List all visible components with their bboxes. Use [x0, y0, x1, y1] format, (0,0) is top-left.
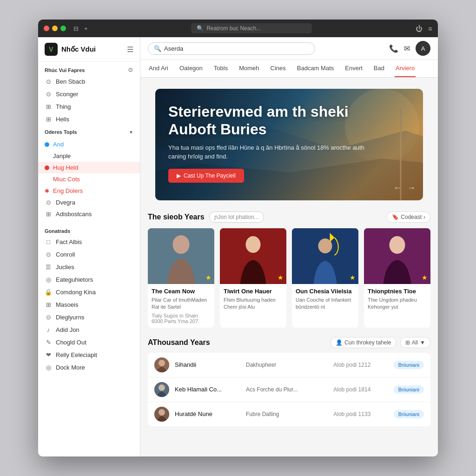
card-2-star: ★	[278, 274, 284, 281]
tab-cines[interactable]: Cines	[270, 60, 287, 77]
sidebar-label-thing: Thing	[56, 103, 71, 110]
sidebar-item-conroll[interactable]: ⊙ Conroll	[38, 248, 140, 261]
sidebar-item-eateguhietors[interactable]: ◎ Eateguhietors	[38, 273, 140, 286]
search-input[interactable]	[164, 45, 309, 52]
sidebar-item-relly[interactable]: ❤ Relly Eeleciapit	[38, 349, 140, 361]
topic-hug-held[interactable]: Hug Held	[38, 162, 140, 173]
sidebar-icon-dvegra: ⊙	[45, 199, 52, 206]
topic-dvegra[interactable]: ⊙ Dvegra	[38, 197, 140, 208]
hero-next-arrow[interactable]: →	[407, 183, 416, 193]
tab-badcam-mats[interactable]: Badcam Mats	[296, 60, 335, 77]
sidebar-section-1-header: Rhúc Vui Fapres ⚙	[38, 62, 140, 75]
card-4-star: ★	[422, 274, 428, 281]
topic-and[interactable]: And	[38, 139, 140, 150]
sidebar-item-comdong-kina[interactable]: 🔒 Comdong Kina	[38, 286, 140, 298]
table-row[interactable]: Keb Hlamali Co... Acs Forche du Plur... …	[148, 377, 430, 402]
codeast-icon: 🔖	[392, 214, 399, 220]
settings-icon[interactable]: ⚙	[128, 66, 133, 73]
label-conroll: Conroll	[56, 251, 75, 258]
topic-janple[interactable]: Janple	[38, 150, 140, 162]
hero-content: Sterierevmed am th sheki Auboft Buries Y…	[168, 103, 377, 183]
featured-search-input[interactable]: ɲJon lot phation...	[209, 212, 264, 223]
menu-icon[interactable]: ≡	[428, 25, 432, 33]
card-3-image: ★	[292, 228, 358, 284]
topic-eng-dolers[interactable]: ✱ Eng Dolers	[38, 185, 140, 197]
user-avatar[interactable]: A	[416, 41, 430, 56]
row-badge-2[interactable]: Briiuniani	[394, 385, 424, 394]
search-box[interactable]: 🔍	[148, 42, 315, 55]
sidebar-item-sconger[interactable]: ⊙ Sconger	[38, 88, 140, 100]
tab-tobls[interactable]: Tobls	[213, 60, 229, 77]
minimize-button[interactable]	[52, 26, 58, 31]
table-filter-button[interactable]: ⊞ All ▼	[400, 337, 430, 348]
codeast-label: Codeast	[401, 214, 422, 220]
power-icon[interactable]: ⏻	[416, 25, 423, 33]
sidebar-icon-hells: ⊞	[45, 116, 52, 123]
featured-section: The sieob Years ɲJon lot phation... 🔖 Co…	[140, 206, 438, 333]
card-1-star: ★	[205, 274, 212, 281]
row-stat-3: Alob podi 1133	[333, 411, 388, 417]
add-tab-icon[interactable]: +	[84, 25, 88, 32]
table-row[interactable]: Sihandii Dakhupheer Alob podi 1212 Briiu…	[148, 353, 430, 377]
tab-arviero[interactable]: Arviero	[395, 60, 416, 77]
main-layout: V Nhốc Vdui ☰ Rhúc Vui Fapres ⚙ ⊙ Ben Sb…	[38, 37, 438, 456]
sidebar-menu-toggle[interactable]: ☰	[127, 45, 133, 54]
table-row[interactable]: Huratdè Nune Fubre Dalling Alob podi 113…	[148, 402, 430, 426]
avatar-svg-3	[154, 407, 169, 422]
sidebar-item-dock-more[interactable]: ◎ Dock More	[38, 361, 140, 374]
row-badge-3[interactable]: Briiuniani	[394, 410, 424, 418]
card-3[interactable]: ★ Oun Chesia Viielsia Uan Cooche of Infa…	[292, 228, 358, 328]
card-2-title: Tiwirt One Hauer	[224, 288, 283, 295]
titlebar-search-box[interactable]: 🔍 Reatrom buc Neach...	[191, 23, 312, 33]
card-4[interactable]: ★ Thionptnies Tïoe Thie Ungdom phadeu Ke…	[364, 228, 430, 328]
table-follow-button[interactable]: 👤 Cun throkey tahele	[331, 337, 397, 348]
card-1[interactable]: ★ The Ceam Now Pilar Car of ImuthMaden R…	[148, 228, 214, 328]
phone-icon[interactable]: 📞	[389, 44, 398, 53]
card-2-desc: Fhim Blurtuurng haden Chem jösi Alu	[224, 297, 283, 311]
label-fact-albis: Fact Albis	[56, 238, 82, 245]
topic-miuc-cots[interactable]: Miuc Cots	[38, 173, 140, 185]
card-2[interactable]: ★ Tiwirt One Hauer Fhim Blurtuurng haden…	[220, 228, 286, 328]
sidebar-item-fact-albis[interactable]: □ Fact Albis	[38, 236, 140, 248]
hero-button-label: Cast Up The Payciell	[184, 172, 236, 179]
hero-prev-arrow[interactable]: ←	[393, 183, 402, 193]
filter-icon[interactable]: ⊟	[73, 25, 79, 32]
sidebar-item-juclies[interactable]: ☰ Juclies	[38, 261, 140, 273]
tab-bad[interactable]: Bad	[373, 60, 385, 77]
sidebar-item-masoeis[interactable]: ⊞ Masoeis	[38, 298, 140, 311]
tab-momeh[interactable]: Momeh	[238, 60, 260, 77]
sidebar-item-chogld-out[interactable]: ✎ Chogld Out	[38, 336, 140, 349]
maximize-button[interactable]	[60, 26, 66, 31]
row-badge-1[interactable]: Briiuniani	[394, 361, 424, 369]
titlebar-right: ⏻ ≡	[416, 25, 432, 33]
table-actions: 👤 Cun throkey tahele ⊞ All ▼	[331, 337, 430, 348]
sidebar-item-adid-jon[interactable]: ♪ Adid Jon	[38, 324, 140, 336]
sidebar-icon-adis: ⊞	[45, 211, 52, 218]
search-icon: 🔍	[154, 45, 161, 52]
topic-adisbostcans[interactable]: ⊞ Adisbostcans	[38, 208, 140, 220]
hero-title: Sterierevmed am th sheki Auboft Buries	[168, 103, 377, 139]
label-dock-more: Dock More	[56, 364, 85, 371]
sidebar-item-dleglyurns[interactable]: ⊙ Dleglyurns	[38, 311, 140, 324]
sidebar-item-ben-sbacb[interactable]: ⊙ Ben Sbacb	[38, 75, 140, 88]
row-name-2: Keb Hlamali Co...	[175, 386, 240, 393]
table-header: AThousand Years 👤 Cun throkey tahele ⊞ A…	[148, 337, 430, 348]
card-3-desc: Uan Cooche of Infankert bûndzenlö nt	[296, 297, 355, 311]
topics-chevron[interactable]: ▼	[129, 130, 133, 135]
hero-cta-button[interactable]: ▶ Cast Up The Payciell	[168, 169, 244, 183]
icon-chogld-out: ✎	[45, 339, 52, 346]
topics-subsection: Oderes Topls ▼	[38, 126, 140, 139]
tab-envert[interactable]: Envert	[344, 60, 364, 77]
sidebar-item-thing[interactable]: ⊞ Thing	[38, 100, 140, 113]
sidebar-item-hells[interactable]: ⊞ Hells	[38, 113, 140, 126]
featured-section-link[interactable]: 🔖 Codeast ›	[387, 212, 430, 223]
star-icon-eng: ✱	[45, 188, 49, 194]
close-button[interactable]	[44, 26, 49, 31]
sidebar-label-sconger: Sconger	[56, 91, 78, 98]
icon-conroll: ⊙	[45, 251, 52, 258]
card-4-body: Thionptnies Tïoe Thie Ungdom phadeu Keho…	[364, 284, 430, 317]
tab-and-ari[interactable]: And Ari	[148, 60, 169, 77]
tab-oategon[interactable]: Oategon	[178, 60, 204, 77]
card-1-svg	[148, 228, 214, 284]
mail-icon[interactable]: ✉	[404, 44, 410, 53]
